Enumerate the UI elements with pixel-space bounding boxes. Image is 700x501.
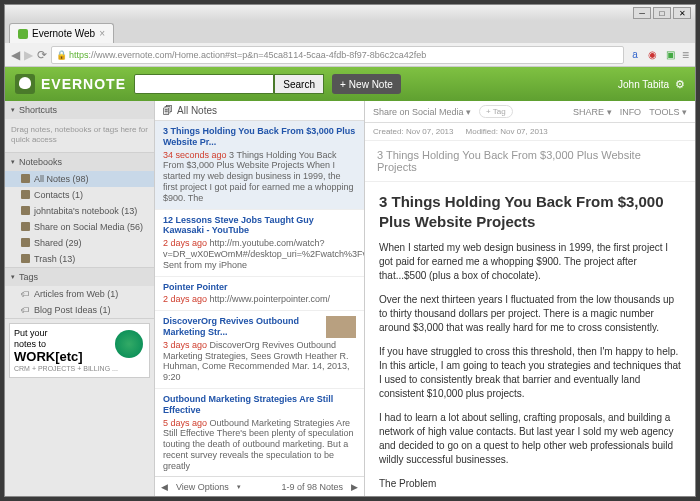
add-tag-button[interactable]: + Tag xyxy=(479,105,513,118)
note-list-item[interactable]: 12 Lessons Steve Jobs Taught Guy Kawasak… xyxy=(155,210,364,277)
note-thumbnail xyxy=(326,316,356,338)
note-list-header: 🗐 All Notes xyxy=(155,101,364,121)
browser-tab-bar: Evernote Web × xyxy=(5,21,695,43)
plus-icon: + xyxy=(340,79,346,90)
new-note-button[interactable]: +New Note xyxy=(332,74,401,94)
sidebar-notebook-item[interactable]: johntabita's notebook (13) xyxy=(5,203,154,219)
url-protocol: https xyxy=(69,50,89,60)
window-maximize-button[interactable]: □ xyxy=(653,7,671,19)
note-content: Share on Social Media ▾ + Tag SHARE ▾ IN… xyxy=(365,101,695,496)
gear-icon[interactable]: ⚙ xyxy=(675,78,685,91)
tag-icon: 🏷 xyxy=(21,289,30,299)
note-paragraph: The Problem xyxy=(379,477,681,491)
notebook-icon xyxy=(21,190,30,199)
note-item-snippet: 3 days ago DiscoverOrg Revives Outbound … xyxy=(163,340,356,383)
pager: 1-9 of 98 Notes xyxy=(281,482,343,492)
user-area: John Tabita ⚙ xyxy=(618,78,685,91)
note-item-snippet: 2 days ago http://www.pointerpointer.com… xyxy=(163,294,356,305)
chevron-down-icon: ▾ xyxy=(11,106,15,114)
sidebar: ▾Shortcuts Drag notes, notebooks or tags… xyxy=(5,101,155,496)
share-button[interactable]: SHARE ▾ xyxy=(573,107,612,117)
notes-icon: 🗐 xyxy=(163,105,173,116)
search-box: Search xyxy=(134,74,324,94)
nav-back-button[interactable]: ◀ xyxy=(11,48,20,62)
lock-icon: 🔒 xyxy=(56,50,67,60)
sidebar-notebook-item[interactable]: Share on Social Media (56) xyxy=(5,219,154,235)
note-item-snippet: 5 days ago Outbound Marketing Strategies… xyxy=(163,418,356,472)
note-item-snippet: 34 seconds ago 3 Things Holding You Back… xyxy=(163,150,356,204)
sidebar-notebooks-header[interactable]: ▾Notebooks xyxy=(5,153,154,171)
note-item-title: 12 Lessons Steve Jobs Taught Guy Kawasak… xyxy=(163,215,356,237)
note-paragraph: Over the next thirteen years I fluctuate… xyxy=(379,293,681,335)
url-field[interactable]: 🔒 https ://www.evernote.com/Home.action#… xyxy=(51,46,624,64)
note-paragraph: When I started my web design business in… xyxy=(379,241,681,283)
note-item-title: Pointer Pointer xyxy=(163,282,356,293)
note-item-title: Outbound Marketing Strategies Are Still … xyxy=(163,394,356,416)
username[interactable]: John Tabita xyxy=(618,79,669,90)
note-list: 🗐 All Notes 3 Things Holding You Back Fr… xyxy=(155,101,365,496)
note-list-item[interactable]: 3 Things Holding You Back From $3,000 Pl… xyxy=(155,121,364,210)
info-button[interactable]: INFO xyxy=(620,107,642,117)
sidebar-tags-header[interactable]: ▾Tags xyxy=(5,268,154,286)
notebook-icon xyxy=(21,238,30,247)
window-titlebar: ─ □ ✕ xyxy=(5,5,695,21)
note-list-footer: ◀ View Options ▾ 1-9 of 98 Notes ▶ xyxy=(155,476,364,496)
chevron-down-icon[interactable]: ▾ xyxy=(237,483,241,491)
favicon-icon xyxy=(18,29,28,39)
notebook-icon xyxy=(21,174,30,183)
note-list-item[interactable]: DiscoverOrg Revives Outbound Marketing S… xyxy=(155,311,364,389)
note-heading: 3 Things Holding You Back From $3,000 Pl… xyxy=(379,192,681,231)
window-close-button[interactable]: ✕ xyxy=(673,7,691,19)
search-input[interactable] xyxy=(134,74,274,94)
elephant-icon xyxy=(15,74,35,94)
note-body[interactable]: 3 Things Holding You Back From $3,000 Pl… xyxy=(365,182,695,496)
browser-tab[interactable]: Evernote Web × xyxy=(9,23,114,43)
sidebar-shortcuts-header[interactable]: ▾Shortcuts xyxy=(5,101,154,119)
tab-title: Evernote Web xyxy=(32,28,95,39)
ext-icon-2[interactable]: ◉ xyxy=(646,48,660,62)
content-toolbar: Share on Social Media ▾ + Tag SHARE ▾ IN… xyxy=(365,101,695,123)
notebook-icon xyxy=(21,222,30,231)
reload-button[interactable]: ⟳ xyxy=(37,48,47,62)
notebook-icon xyxy=(21,254,30,263)
content-dates: Created: Nov 07, 2013 Modified: Nov 07, … xyxy=(365,123,695,141)
note-title-field[interactable]: 3 Things Holding You Back From $3,000 Pl… xyxy=(365,141,695,182)
sidebar-notebook-item[interactable]: Trash (13) xyxy=(5,251,154,267)
promo-box[interactable]: Put your notes to WORK[etc] CRM + PROJEC… xyxy=(9,323,150,379)
brand-text: EVERNOTE xyxy=(41,76,126,92)
address-bar: ◀ ▶ ⟳ 🔒 https ://www.evernote.com/Home.a… xyxy=(5,43,695,67)
note-list-item[interactable]: Pointer Pointer2 days ago http://www.poi… xyxy=(155,277,364,312)
browser-menu-button[interactable]: ≡ xyxy=(682,48,689,62)
tools-button[interactable]: TOOLS ▾ xyxy=(649,107,687,117)
sidebar-notebook-item[interactable]: All Notes (98) xyxy=(5,171,154,187)
note-list-item[interactable]: Outbound Marketing Strategies Are Still … xyxy=(155,389,364,476)
sidebar-tag-item[interactable]: 🏷Articles from Web (1) xyxy=(5,286,154,302)
nav-forward-button[interactable]: ▶ xyxy=(24,48,33,62)
promo-ball-icon xyxy=(115,330,143,358)
shortcuts-hint: Drag notes, notebooks or tags here for q… xyxy=(5,119,154,152)
notebook-icon xyxy=(21,206,30,215)
sidebar-notebook-item[interactable]: Shared (29) xyxy=(5,235,154,251)
pager-next-icon[interactable]: ▶ xyxy=(351,482,358,492)
search-button[interactable]: Search xyxy=(274,74,324,94)
note-paragraph: If you have struggled to cross this thre… xyxy=(379,345,681,401)
note-item-snippet: 2 days ago http://m.youtube.com/watch?v=… xyxy=(163,238,356,270)
app-header: EVERNOTE Search +New Note John Tabita ⚙ xyxy=(5,67,695,101)
url-path: ://www.evernote.com/Home.action#st=p&n=4… xyxy=(89,50,427,60)
note-paragraph: I had to learn a lot about selling, craf… xyxy=(379,411,681,467)
chevron-down-icon: ▾ xyxy=(11,158,15,166)
tag-icon: 🏷 xyxy=(21,305,30,315)
view-options[interactable]: View Options xyxy=(176,482,229,492)
chevron-down-icon: ▾ xyxy=(11,273,15,281)
window-minimize-button[interactable]: ─ xyxy=(633,7,651,19)
note-item-title: 3 Things Holding You Back From $3,000 Pl… xyxy=(163,126,356,148)
sidebar-tag-item[interactable]: 🏷Blog Post Ideas (1) xyxy=(5,302,154,318)
ext-icon-3[interactable]: ▣ xyxy=(664,48,678,62)
brand-logo[interactable]: EVERNOTE xyxy=(15,74,126,94)
ext-icon-1[interactable]: a xyxy=(628,48,642,62)
sidebar-notebook-item[interactable]: Contacts (1) xyxy=(5,187,154,203)
share-dropdown[interactable]: Share on Social Media ▾ xyxy=(373,107,471,117)
collapse-icon[interactable]: ◀ xyxy=(161,482,168,492)
tab-close-icon[interactable]: × xyxy=(99,28,105,39)
